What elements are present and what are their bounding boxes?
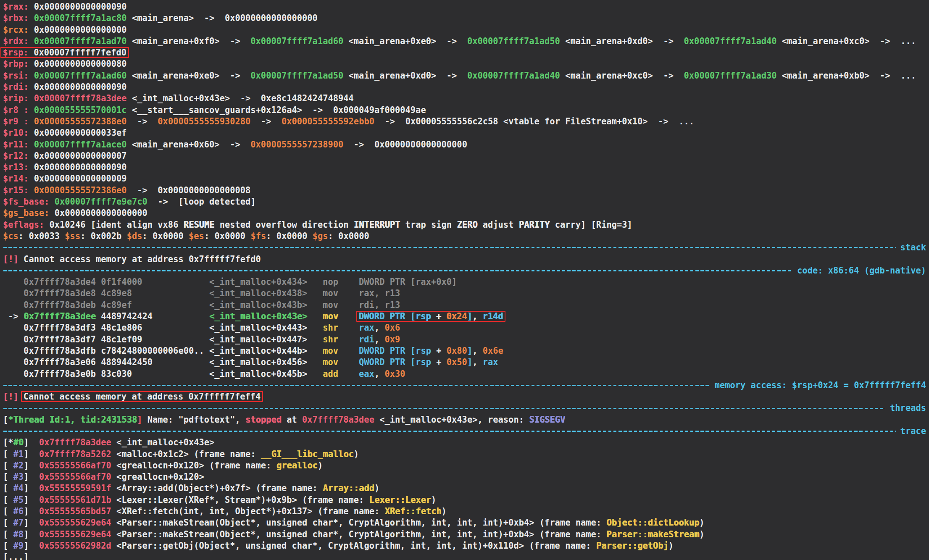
text-segment: [* [3, 437, 13, 447]
text-segment: *Thread Id:1, tid:2431538 [8, 415, 137, 425]
text-segment: $rsp: [3, 47, 34, 58]
text-segment: ] [137, 415, 142, 425]
text-segment: -> 0x0000000000000000 [343, 139, 467, 150]
text-segment: , [374, 334, 385, 344]
text-segment: 0x55555562982d [39, 541, 111, 551]
register-fs-base: $fs_base: 0x00007ffff7e9e7c0 -> [loop de… [3, 196, 927, 208]
trace-frame-7: [ #7] 0x555555629e64 <Parser::makeStream… [3, 517, 927, 528]
text-segment: 0x7ffff78a3deb 4c89ef <_int_malloc+0x43b… [3, 300, 400, 310]
text-segment: 0x0000000000000090 [34, 162, 127, 172]
text-segment: #9 [13, 541, 24, 551]
text-segment: 0x55555566af70 [39, 472, 111, 482]
text-segment: 0x00007ffff7a1ad60 [250, 36, 343, 46]
text-segment: #1 [13, 449, 24, 459]
register-rbp: $rbp: 0x0000000000000080 [3, 58, 927, 70]
text-segment: : 0x0000 [204, 231, 251, 241]
text-segment: <__start___sancov_guards+0x126a4> -> 0x0… [127, 105, 426, 115]
text-segment: 0x7ffff78a3dee [39, 437, 111, 447]
text-segment: $rbx: [3, 13, 34, 23]
text-segment: 0x00007ffff7a1ac80 [34, 13, 127, 23]
text-segment: <main_arena+0xd0> -> [343, 71, 467, 81]
register-r12: $r12: 0x0000000000000007 [3, 150, 927, 162]
trace-frame-8: [ #8] 0x555555629e64 <Parser::makeStream… [3, 529, 927, 540]
text-segment: 0x0000555555930280 [158, 116, 250, 126]
text-segment: 0x50 [447, 357, 467, 367]
text-segment: ] [24, 483, 39, 493]
text-segment: -> [3, 311, 24, 321]
text-segment: 0x55555561d71b [39, 495, 111, 505]
text-segment: , [472, 357, 483, 367]
text-segment: [!] [3, 392, 18, 402]
text-segment: ] [24, 449, 39, 459]
text-segment: <Array::add(Object*)+0x7f> (frame name: [111, 483, 323, 493]
text-segment: ] [24, 495, 39, 505]
text-segment: 0x00000000000033ef [34, 128, 127, 138]
text-segment: <Lexer::Lexer(XRef*, Stream*)+0x9b> (fra… [111, 495, 369, 505]
text-segment: Parser::getObj [596, 541, 668, 551]
text-segment: 0x7ffff78a3df3 48c1e806 <_int_malloc+0x4… [3, 323, 323, 333]
text-segment: 0x0000000000000009 [34, 174, 127, 184]
text-segment: 0x0000000000000007 [34, 151, 127, 161]
text-segment: #2 [13, 460, 24, 471]
thread-status: [*Thread Id:1, tid:2431538] Name: "pdfto… [3, 414, 927, 426]
text-segment: ) [442, 506, 447, 516]
text-segment: ) [699, 529, 704, 539]
code-line-0x7ffff78a3deb: 0x7ffff78a3deb 4c89ef <_int_malloc+0x43b… [3, 300, 927, 311]
text-segment: Array::add [323, 483, 374, 493]
text-segment: -> 0x00005555556c2c58 <vtable for FileSt… [374, 116, 694, 126]
text-segment: $rip: [3, 93, 34, 103]
text-segment: ] [24, 506, 39, 516]
text-segment: [...] [3, 552, 29, 560]
separator-label: code: x86:64 (gdb-native) [797, 265, 926, 276]
trace-frame-1: [ #1] 0x7ffff78a5262 <malloc+0x1c2> (fra… [3, 449, 927, 460]
trace-frame-6: [ #6] 0x55555565bd57 <XRef::fetch(int, i… [3, 506, 927, 517]
text-segment: $r14: [3, 174, 34, 184]
text-segment: $eflags: [3, 220, 50, 230]
separator-label: stack [900, 242, 926, 253]
text-segment: $es [189, 231, 204, 241]
text-segment: $r11: [3, 139, 34, 150]
register-eflags: $eflags: 0x10246 [ident align vx86 RESUM… [3, 219, 927, 231]
separator-dashes [3, 247, 896, 248]
text-segment: 0x7ffff78a3e06 4889442450 <_int_malloc+0… [3, 357, 323, 367]
text-segment: #4 [13, 483, 24, 493]
terminal[interactable]: $rax: 0x0000000000000090$rbx: 0x00007fff… [0, 0, 929, 560]
text-segment: 0x000055555592ebb0 [282, 116, 374, 126]
text-segment: [ [3, 483, 13, 493]
text-segment: DWORD PTR [rsp [359, 346, 436, 356]
text-segment: [ [3, 472, 13, 482]
text-segment: 0x00007ffff78a3dee [34, 93, 127, 103]
text-segment: $gs [313, 231, 328, 241]
text-segment: , [374, 323, 385, 333]
separator-threads: threads [3, 402, 927, 414]
separator-dashes [3, 385, 710, 386]
text-segment: 0x7ffff78a3e0b 83c030 <_int_malloc+0x45b… [3, 369, 323, 379]
text-segment: ) [374, 483, 379, 493]
text-segment: XRef::fetch [384, 506, 441, 516]
text-segment: 0x0000000000000090 [34, 2, 127, 12]
text-segment: ] [24, 437, 39, 447]
text-segment: <Parser::getObj(Object*, unsigned char*,… [111, 541, 596, 551]
register-rsi: $rsi: 0x00007ffff7a1ad60 <main_arena+0xe… [3, 70, 927, 82]
text-segment: shr [323, 323, 359, 333]
text-segment: , [374, 369, 385, 379]
code-line-0x7ffff78a3e06: 0x7ffff78a3e06 4889442450 <_int_malloc+0… [3, 357, 927, 368]
register-rip: $rip: 0x00007ffff78a3dee <_int_malloc+0x… [3, 93, 927, 104]
text-segment: trap sign [400, 220, 457, 230]
register-r11: $r11: 0x00007ffff7a1ace0 <main_arena+0x6… [3, 139, 927, 150]
text-segment: 0x00007ffff7a1ad70 [34, 36, 127, 46]
text-segment: <XRef::fetch(int, int, Object*)+0x137> (… [111, 506, 385, 516]
text-segment: <main_arena+0xe0> -> [343, 36, 467, 46]
text-segment: 0x0000000000000000 [55, 208, 147, 218]
text-segment: $rsi: [3, 71, 34, 81]
text-segment: add [323, 369, 359, 379]
register-r13: $r13: 0x0000000000000090 [3, 162, 927, 173]
text-segment: : 0x0000 [328, 231, 369, 241]
trace-frame-3: [ #3] 0x55555566af70 <greallocn+0x120> [3, 471, 927, 483]
text-segment: <_int_malloc+0x43e> [111, 437, 215, 447]
text-segment: 0x6 [384, 323, 400, 333]
text-segment: $gs_base: [3, 208, 55, 218]
segment-registers: $cs: 0x0033 $ss: 0x002b $ds: 0x0000 $es:… [3, 231, 927, 242]
separator-memory-access: memory access: $rsp+0x24 = 0x7fffff7feff… [3, 380, 927, 391]
text-segment: <Parser::makeStream(Object*, unsigned ch… [111, 529, 607, 539]
